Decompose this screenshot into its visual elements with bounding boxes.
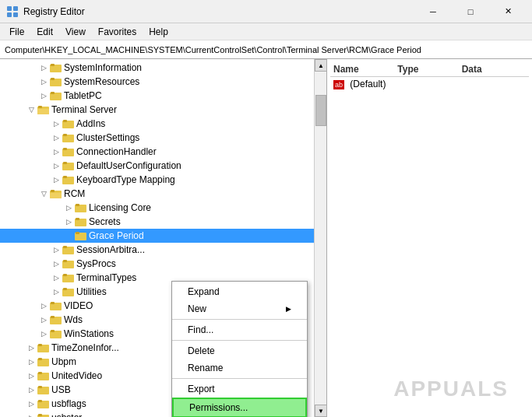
expand-icon: ▷ (50, 173, 62, 186)
tree-item-addins[interactable]: ▷ AddIns (0, 117, 314, 131)
svg-rect-30 (76, 218, 79, 220)
folder-icon (62, 286, 75, 297)
tree-label: Licensing Core (89, 201, 151, 215)
folder-icon (62, 272, 75, 283)
expand-icon: ▽ (37, 187, 50, 200)
menu-help[interactable]: Help (143, 25, 174, 39)
tree-item-secrets[interactable]: ▷ Secrets (0, 215, 314, 229)
expand-icon: ▷ (50, 272, 62, 284)
svg-rect-15 (63, 120, 67, 122)
row-data (462, 79, 526, 89)
ctx-delete[interactable]: Delete (172, 342, 307, 359)
folder-icon (75, 230, 87, 241)
minimize-button[interactable]: ─ (415, 0, 451, 23)
window-controls: ─ □ ✕ (415, 0, 526, 23)
folder-icon (75, 202, 87, 213)
svg-rect-0 (7, 6, 12, 11)
tree-item-connectionhandler[interactable]: ▷ ConnectionHandler (0, 145, 314, 159)
tree-item-tabletpc[interactable]: ▷ TabletPC (0, 89, 314, 103)
table-row: ab (Default) (330, 77, 529, 91)
tree-label: UnitedVideo (51, 369, 102, 383)
svg-rect-17 (63, 134, 67, 136)
tree-label: TerminalTypes (76, 271, 136, 285)
row-name: ab (Default) (333, 79, 397, 89)
ctx-separator-1 (172, 319, 307, 320)
svg-rect-3 (13, 12, 18, 17)
main-content: ▷ SystemInformation ▷ SystemResources ▷ … (0, 59, 532, 417)
svg-rect-58 (38, 414, 42, 416)
tree-item-sysprocs[interactable]: ▷ SysProcs (0, 257, 314, 271)
expand-icon: ▷ (37, 89, 50, 102)
folder-icon (37, 370, 50, 381)
tree-item-terminal-server[interactable]: ▽ Terminal Server (0, 103, 314, 117)
tree-item-systeminformation[interactable]: ▷ SystemInformation (0, 61, 314, 75)
tree-label: Secrets (89, 215, 121, 229)
svg-rect-26 (50, 193, 62, 198)
folder-icon (50, 62, 62, 73)
expand-icon: ▷ (25, 342, 37, 354)
tree-item-rcm[interactable]: ▽ RCM (0, 187, 314, 201)
folder-icon (50, 90, 62, 101)
svg-rect-1 (13, 6, 18, 11)
ab-icon: ab (333, 80, 344, 89)
tree-label: SystemResources (64, 75, 139, 89)
tree-label: AddIns (76, 117, 105, 131)
ctx-permissions[interactable]: Permissions... (172, 398, 307, 417)
folder-icon (75, 216, 87, 227)
folder-icon (37, 412, 50, 417)
svg-rect-10 (51, 92, 55, 94)
maximize-button[interactable]: □ (453, 0, 488, 23)
svg-rect-38 (63, 274, 67, 276)
svg-rect-12 (38, 106, 42, 108)
tree-item-grace-period[interactable]: Grace Period (0, 229, 314, 243)
menu-view[interactable]: View (59, 25, 92, 39)
expand-icon: ▷ (37, 75, 50, 88)
svg-rect-21 (63, 162, 67, 164)
tree-scrollbar[interactable]: ▲ ▼ (314, 59, 326, 417)
expand-icon: ▷ (50, 159, 62, 172)
col-type: Type (397, 64, 461, 75)
expand-icon: ▷ (37, 314, 50, 326)
ctx-new[interactable]: New (172, 300, 307, 317)
expand-icon: ▷ (62, 201, 75, 214)
svg-rect-25 (51, 190, 55, 192)
tree-label: SystemInformation (64, 61, 142, 75)
tree-item-defaultuser[interactable]: ▷ DefaultUserConfiguration (0, 159, 314, 173)
tree-label: TabletPC (64, 89, 102, 103)
folder-icon (50, 300, 62, 311)
menu-file[interactable]: File (3, 25, 30, 39)
scroll-thumb[interactable] (315, 95, 326, 126)
ctx-export[interactable]: Export (172, 380, 307, 398)
tree-item-keyboardmapping[interactable]: ▷ KeyboardType Mapping (0, 173, 314, 187)
tree-label: DefaultUserConfiguration (76, 159, 181, 173)
folder-open-icon (37, 104, 50, 115)
scroll-down-button[interactable]: ▼ (315, 405, 327, 417)
svg-rect-8 (51, 78, 55, 80)
folder-icon (50, 76, 62, 87)
close-button[interactable]: ✕ (490, 0, 526, 23)
ctx-expand[interactable]: Expand (172, 283, 307, 300)
folder-icon (62, 160, 75, 171)
ctx-rename[interactable]: Rename (172, 359, 307, 377)
scroll-up-button[interactable]: ▲ (315, 59, 327, 72)
expand-icon: ▷ (25, 398, 37, 410)
tree-label: USB (51, 383, 71, 397)
tree-item-clustersettings[interactable]: ▷ ClusterSettings (0, 131, 314, 145)
tree-item-sessionarbiter[interactable]: ▷ SessionArbitra... (0, 243, 314, 257)
tree-item-licensing-core[interactable]: ▷ Licensing Core (0, 201, 314, 215)
menu-favorites[interactable]: Favorites (92, 25, 143, 39)
folder-icon (37, 356, 50, 367)
tree-item-systemresources[interactable]: ▷ SystemResources (0, 75, 314, 89)
expand-icon: ▷ (25, 356, 37, 368)
tree-label: Ubpm (51, 355, 76, 369)
tree-label: VIDEO (64, 299, 93, 313)
tree-label: KeyboardType Mapping (76, 173, 175, 187)
ctx-find[interactable]: Find... (172, 321, 307, 338)
expand-icon: ▷ (37, 300, 50, 312)
menu-edit[interactable]: Edit (30, 25, 59, 39)
context-menu: Expand New Find... Delete Rename Export … (171, 281, 308, 417)
svg-rect-19 (63, 148, 67, 150)
folder-icon (62, 174, 75, 185)
right-panel: Name Type Data ab (Default) (327, 59, 532, 417)
tree-label: RCM (64, 187, 85, 201)
